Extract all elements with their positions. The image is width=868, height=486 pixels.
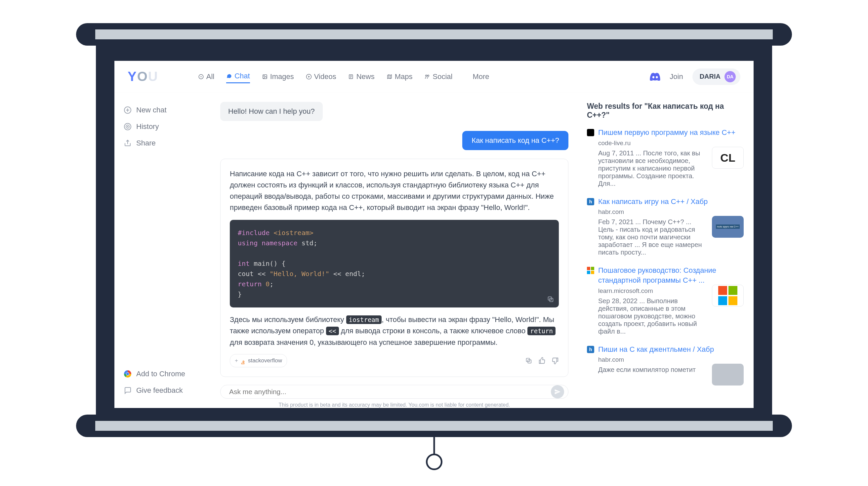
web-results-title: Web results for "Как написать код на C++… [587,102,744,120]
svg-point-11 [127,126,128,127]
svg-point-6 [426,75,427,76]
sidebar-share[interactable]: Share [121,135,200,152]
join-link[interactable]: Join [670,72,683,81]
answer-paragraph: Написание кода на C++ зависит от того, ч… [230,168,559,213]
stackoverflow-icon [241,358,245,363]
projector-frame: YOU All Chat Images [96,42,772,418]
inline-code: return [527,327,556,335]
inline-code: iostream [346,315,382,324]
inline-code: << [326,327,339,335]
result-link[interactable]: Пишем первую программу на языке C++ [598,128,744,137]
copy-icon[interactable] [547,296,554,303]
source-pill[interactable]: + stackoverflow [230,354,287,367]
sidebar-feedback[interactable]: Give feedback [121,382,200,399]
svg-point-14 [126,372,129,375]
projector-bottom-cap [76,415,792,437]
sidebar: New chat History Share [115,93,207,408]
tab-social[interactable]: Social [424,72,452,81]
chat-main: Hello! How can I help you? Как написать … [207,93,582,408]
svg-point-1 [201,76,202,77]
result-link[interactable]: Как написать игру на C++ / Хабр [598,197,744,207]
sidebar-history[interactable]: History [121,118,200,135]
discord-icon[interactable] [650,73,660,81]
sidebar-add-chrome[interactable]: Add to Chrome [121,366,200,382]
sidebar-new-chat[interactable]: New chat [121,102,200,118]
answer-paragraph-2: Здесь мы используем библиотеку iostream,… [230,314,559,348]
web-result: Как написать игру на C++ / Хабр habr.com… [587,197,744,257]
assistant-greeting: Hello! How can I help you? [220,102,323,121]
thumbs-up-icon[interactable] [538,357,546,364]
tab-chat[interactable]: Chat [226,72,250,83]
user-pill[interactable]: DARIA DA [692,68,740,85]
tab-images[interactable]: Images [262,72,294,81]
avatar: DA [724,71,736,82]
projector-pull-ring [426,454,442,470]
result-thumb [712,285,744,306]
chat-input[interactable] [229,388,551,396]
result-thumb: nuts spyro на C++ [712,216,744,238]
chrome-icon [124,370,132,378]
tab-maps[interactable]: Maps [386,72,413,81]
send-button[interactable] [551,385,564,398]
nav-tabs: All Chat Images Videos [198,72,489,81]
projector-top-cap [76,23,792,45]
tab-more[interactable]: More [464,72,489,81]
logo[interactable]: YOU [128,69,158,84]
favicon-habr [587,346,594,353]
code-block: #include <iostream> using namespace std;… [230,220,559,307]
result-domain: habr.com [598,208,744,216]
favicon-habr [587,198,594,205]
source-row: + stackoverflow [230,354,559,367]
copy-answer-icon[interactable] [525,357,532,364]
app-header: YOU All Chat Images [115,61,753,93]
result-thumb [712,364,744,386]
grid-icon [464,74,470,80]
favicon-codelive [587,129,594,136]
web-result: Пошаговое руководство: Создание стандарт… [587,265,744,335]
result-link[interactable]: Пиши на C как джентльмен / Хабр [598,345,744,354]
assistant-answer: Написание кода на C++ зависит от того, ч… [220,159,568,377]
web-results-panel: Web results for "Как написать код на C++… [582,93,753,408]
tab-news[interactable]: News [348,72,375,81]
result-thumb: CL [712,147,744,169]
tab-all[interactable]: All [198,72,214,81]
tab-videos[interactable]: Videos [306,72,336,81]
web-result: Пишем первую программу на языке C++ code… [587,128,744,188]
disclaimer: This product is in beta and its accuracy… [220,402,568,408]
result-domain: code-live.ru [598,139,744,147]
svg-point-7 [428,75,429,76]
web-result: Пиши на C как джентльмен / Хабр habr.com… [587,345,744,374]
chat-input-bar [220,385,568,399]
svg-rect-2 [263,75,267,79]
favicon-microsoft [587,267,594,274]
user-message: Как написать код на C++? [462,131,568,150]
result-link[interactable]: Пошаговое руководство: Создание стандарт… [598,265,744,285]
thumbs-down-icon[interactable] [552,357,559,364]
screen: YOU All Chat Images [115,61,753,408]
result-domain: habr.com [598,356,744,363]
svg-point-3 [264,75,264,76]
